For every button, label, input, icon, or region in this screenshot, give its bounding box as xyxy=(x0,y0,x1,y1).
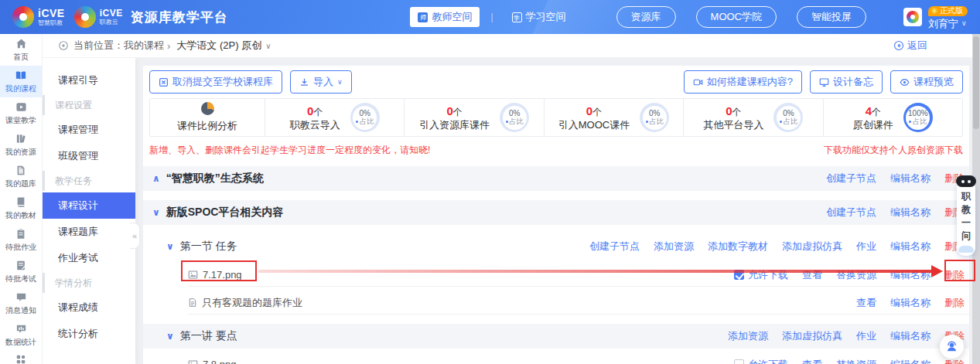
edit-name-link[interactable]: 编辑名称 xyxy=(890,240,930,253)
assistant-widget-zhijiao-yiwen[interactable]: 职教一问 xyxy=(956,175,976,256)
add-virtual-simulation-link[interactable]: 添加虚拟仿真 xyxy=(782,240,842,253)
view-link[interactable]: 查看 xyxy=(802,358,822,364)
rail-item-classroom-teaching[interactable]: 课堂教学 xyxy=(0,97,42,129)
edit-name-link[interactable]: 编辑名称 xyxy=(890,206,930,219)
view-link[interactable]: 查看 xyxy=(856,296,876,310)
collapse-caret-icon[interactable]: ∨ xyxy=(152,207,160,218)
course-preview-button[interactable]: 课程预览 xyxy=(890,70,963,94)
rail-item-my-textbooks[interactable]: 我的教材 xyxy=(0,192,42,224)
stat-pct-label: 占比 xyxy=(506,118,524,125)
allow-download-checkbox[interactable] xyxy=(734,359,744,364)
smart-casting-button[interactable]: 智能投屏 xyxy=(797,6,866,28)
replace-resource-link[interactable]: 替换资源 xyxy=(836,268,876,282)
sidebar-collapse-handle[interactable]: « xyxy=(130,223,140,249)
breadcrumb-parent[interactable]: 我的课程 xyxy=(124,39,164,53)
delete-link[interactable]: 删除 xyxy=(944,358,965,364)
tree-file-78-png[interactable]: 7.8.png 允许下载 查看 替换资源 编辑名称 删除 xyxy=(188,353,969,364)
scrollbar-thumb[interactable] xyxy=(973,36,979,129)
collapse-caret-icon[interactable]: ∨ xyxy=(166,331,174,342)
delete-link[interactable]: 删除 xyxy=(944,268,965,282)
import-button[interactable]: 导入 ∨ xyxy=(290,70,352,94)
add-resource-link[interactable]: 添加资源 xyxy=(728,329,768,343)
back-button[interactable]: 返回 xyxy=(893,39,927,53)
tree-section-spoc-content[interactable]: ∨ 新版SPOC平台相关内容 创建子节点 编辑名称 删除 xyxy=(143,200,969,225)
breadcrumb-current[interactable]: 大学语文 (2P) 原创 xyxy=(176,39,261,53)
replace-resource-link[interactable]: 替换资源 xyxy=(836,358,876,364)
user-name[interactable]: 刘育宁 ∨ xyxy=(928,19,967,29)
edit-name-link[interactable]: 编辑名称 xyxy=(890,172,930,185)
edit-name-link[interactable]: 编辑名称 xyxy=(890,296,930,310)
resource-library-button[interactable]: 资源库 xyxy=(616,6,676,28)
collapse-caret-icon[interactable]: ∧ xyxy=(152,173,160,184)
edit-name-link[interactable]: 编辑名称 xyxy=(890,358,930,364)
apps-grid-icon[interactable] xyxy=(0,351,42,364)
sidebar-section-learning-analysis: 学情分析 xyxy=(43,273,135,293)
sidebar-item-course-question-bank[interactable]: 课程题库 xyxy=(43,219,135,245)
video-guide-icon xyxy=(693,77,703,87)
allow-download-checkbox-wrap[interactable]: 允许下载 xyxy=(734,358,788,364)
breadcrumb-caret-icon[interactable]: ∨ xyxy=(265,42,271,50)
sidebar-item-statistical-analysis[interactable]: 统计分析 xyxy=(43,321,135,347)
tree-node-section1-task[interactable]: ∨ 第一节 任务 创建子节点 添加资源 添加数字教材 添加虚拟仿真 作业 编辑名… xyxy=(143,234,969,259)
top-header: iCVE 智慧职教 iCVE 职教云 资源库教学平台 师 教师空间 | 学 学习… xyxy=(0,0,980,34)
sidebar-item-course-design[interactable]: 课程设计 xyxy=(43,192,135,219)
sidebar-item-course-guide[interactable]: 课程引导 xyxy=(43,67,135,94)
add-digital-textbook-link[interactable]: 添加数字教材 xyxy=(708,240,768,253)
collapse-caret-icon[interactable]: ∨ xyxy=(166,241,174,252)
homework-link[interactable]: 作业 xyxy=(856,329,876,343)
homework-link[interactable]: 作业 xyxy=(856,240,876,253)
file-title: 7.8.png xyxy=(203,359,236,364)
create-child-node-link[interactable]: 创建子节点 xyxy=(589,240,640,253)
stat-unit: 个 xyxy=(453,107,463,117)
rail-label: 课堂教学 xyxy=(5,115,36,126)
rail-item-pending-homework[interactable]: 待批作业 xyxy=(0,224,42,256)
stat-text: 0个 其他平台导入 xyxy=(703,104,763,131)
mooc-academy-button[interactable]: MOOC学院 xyxy=(696,6,777,28)
sidebar-item-class-management[interactable]: 班级管理 xyxy=(43,143,135,169)
avatar[interactable] xyxy=(903,8,922,26)
allow-download-checkbox[interactable] xyxy=(734,270,744,280)
view-link[interactable]: 查看 xyxy=(802,268,822,282)
stats-analysis-cell[interactable]: 课件比例分析 xyxy=(150,99,265,136)
cancel-submit-button[interactable]: 取消提交至学校课程库 xyxy=(149,70,282,94)
row-actions: 创建子节点 编辑名称 删除 xyxy=(826,206,965,219)
rail-item-pending-exams[interactable]: 待批考试 xyxy=(0,256,42,287)
allow-download-checkbox-wrap[interactable]: 允许下载 xyxy=(734,268,788,282)
add-virtual-simulation-link[interactable]: 添加虚拟仿真 xyxy=(782,329,842,343)
rail-item-my-question-bank[interactable]: 我的题库 xyxy=(0,161,42,192)
edit-name-link[interactable]: 编辑名称 xyxy=(890,329,930,343)
stat-resource-library-courseware: 0个 引入资源库课件 0%占比 xyxy=(404,99,543,136)
tree-file-717-png[interactable]: 7.17.png 允许下载 查看 替换资源 编辑名称 删除 xyxy=(188,264,969,287)
breadcrumb-label: 当前位置： xyxy=(73,39,124,53)
rail-item-home[interactable]: 首页 xyxy=(0,34,42,66)
tree-file-objective-homework[interactable]: 只有客观题的题库作业 查看 编辑名称 删除 xyxy=(188,291,969,315)
create-child-node-link[interactable]: 创建子节点 xyxy=(826,206,876,219)
create-child-node-link[interactable]: 创建子节点 xyxy=(826,172,876,185)
user-area[interactable]: 正式版 刘育宁 ∨ xyxy=(903,6,968,29)
assistant-tab[interactable]: 职教一问 xyxy=(957,185,975,256)
logo1-brand: iCVE xyxy=(38,8,65,19)
rail-item-data-statistics[interactable]: 数据统计 xyxy=(0,319,42,351)
avatar-logo-icon xyxy=(907,11,919,23)
tree-section-ecosystem[interactable]: ∧ “智慧职教”生态系统 创建子节点 编辑名称 删除 xyxy=(143,166,969,191)
rail-item-notifications[interactable]: 消息通知 xyxy=(0,287,42,319)
rail-item-my-courses[interactable]: 我的课程 xyxy=(0,66,42,97)
design-memo-button[interactable]: 设计备忘 xyxy=(810,70,883,94)
add-resource-link[interactable]: 添加资源 xyxy=(654,240,694,253)
how-to-build-button[interactable]: 如何搭建课程内容? xyxy=(684,70,802,94)
sidebar-item-homework-exams[interactable]: 作业考试 xyxy=(43,245,135,271)
sidebar-item-course-management[interactable]: 课程管理 xyxy=(43,117,135,143)
allow-download-label: 允许下载 xyxy=(748,268,788,282)
sidebar-item-course-grades[interactable]: 课程成绩 xyxy=(43,294,135,321)
rail-label: 待批考试 xyxy=(5,274,36,284)
tree-node-lecture1-keypoints[interactable]: ∨ 第一讲 要点 添加资源 添加虚拟仿真 作业 编辑名称 删除 xyxy=(143,324,969,349)
tab-learning-space[interactable]: 学 学习空间 xyxy=(504,7,574,27)
platform-title: 资源库教学平台 xyxy=(131,9,228,26)
tab-teacher-space[interactable]: 师 教师空间 xyxy=(410,7,480,27)
stat-unit: 个 xyxy=(732,107,742,117)
rail-item-my-resources[interactable]: 我的资源 xyxy=(0,129,42,161)
row-actions: 允许下载 查看 替换资源 编辑名称 删除 xyxy=(734,358,965,364)
customer-service-chat-button[interactable] xyxy=(940,335,964,359)
edit-name-link[interactable]: 编辑名称 xyxy=(890,268,930,282)
delete-link[interactable]: 删除 xyxy=(944,296,965,310)
